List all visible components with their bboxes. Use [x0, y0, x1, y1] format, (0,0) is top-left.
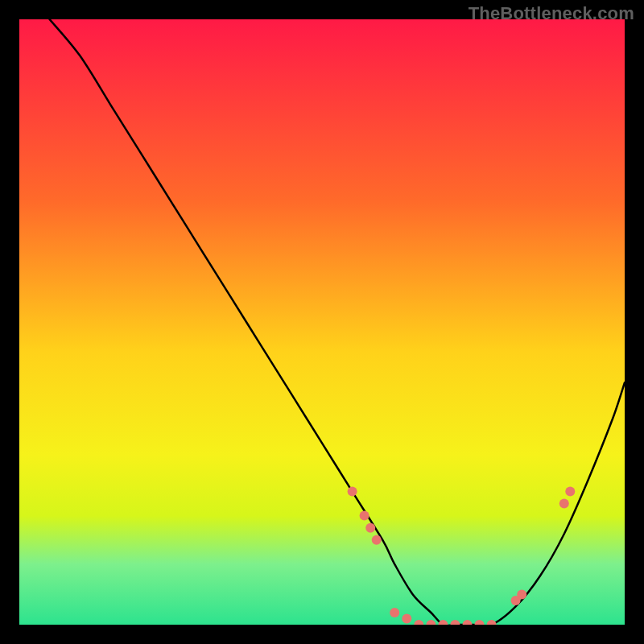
chart-background-gradient — [19, 19, 625, 625]
highlight-dot — [372, 535, 382, 545]
chart-plot-area — [19, 19, 625, 625]
highlight-dot — [348, 487, 357, 497]
highlight-dot — [559, 499, 569, 509]
highlight-dot — [360, 511, 369, 521]
highlight-dot — [365, 523, 375, 533]
highlight-dot — [565, 487, 575, 497]
bottleneck-chart — [19, 19, 625, 625]
highlight-dot — [517, 589, 526, 599]
watermark-label: TheBottleneck.com — [469, 3, 634, 24]
highlight-dot — [390, 608, 399, 617]
highlight-dot — [402, 614, 411, 624]
app-frame: TheBottleneck.com — [0, 0, 644, 644]
